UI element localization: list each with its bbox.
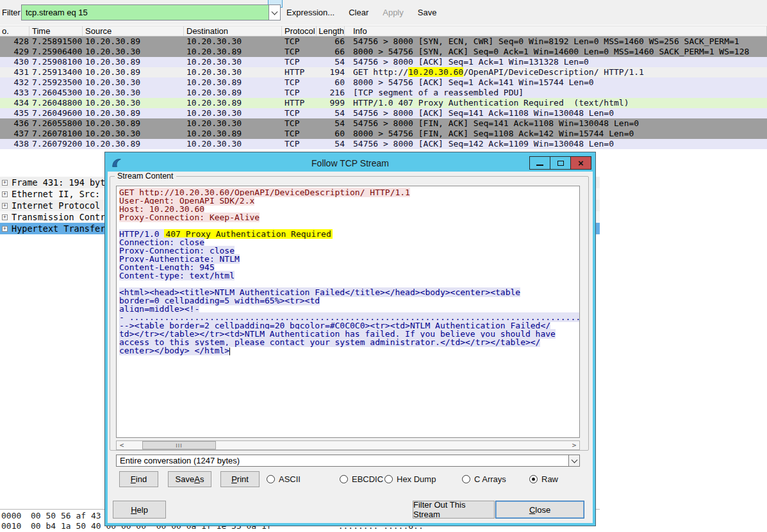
hex-row[interactable]: 000000 50 56 af 43 [1, 511, 101, 520]
scrollbar-thumb[interactable]: III [142, 441, 216, 449]
help-button[interactable]: Help [113, 501, 166, 519]
cell-len: 54 [317, 118, 345, 129]
cell-len: 66 [317, 47, 345, 57]
response-text: center></body> </html> [119, 346, 229, 355]
filter-action-apply[interactable]: Apply [383, 8, 404, 17]
column-header-time[interactable]: Time [29, 26, 83, 36]
packet-row[interactable]: 4307.2590810010.20.30.8910.20.30.30TCP54… [0, 57, 767, 67]
radio-hexdump[interactable]: Hex Dump [384, 472, 436, 485]
cell-info: 54756 > 8000 [ACK] Seq=142 Ack=1109 Win=… [345, 139, 767, 149]
close-button[interactable]: Close [495, 501, 584, 519]
cell-src: 10.20.30.89 [83, 108, 184, 118]
hex-offset: 0010 [1, 521, 31, 531]
filter-action-clear[interactable]: Clear [349, 8, 368, 17]
filter-input[interactable] [21, 4, 280, 20]
packet-row[interactable]: 4367.2605580010.20.30.8910.20.30.30TCP54… [0, 118, 767, 129]
filter-action-expression[interactable]: Expression... [286, 8, 334, 17]
cell-src: 10.20.30.89 [83, 67, 184, 77]
column-header-dst[interactable]: Destination [184, 26, 282, 36]
cell-len: 999 [317, 98, 345, 108]
cell-no: 431 [0, 67, 29, 77]
expander-icon[interactable]: + [2, 191, 8, 197]
filter-action-save[interactable]: Save [418, 8, 437, 17]
combo-dropdown-icon[interactable] [568, 455, 579, 466]
conversation-select[interactable]: Entire conversation (1247 bytes) [116, 455, 580, 467]
column-header-src[interactable]: Source [83, 26, 184, 36]
expander-icon[interactable]: + [2, 203, 8, 209]
save-as-button[interactable]: Save As [168, 471, 211, 487]
minimize-button[interactable] [529, 156, 550, 170]
conversation-select-value: Entire conversation (1247 bytes) [117, 456, 568, 465]
expander-icon[interactable]: + [2, 180, 8, 186]
radio-carrays[interactable]: C Arrays [462, 472, 506, 485]
column-header-len[interactable]: Length [317, 26, 345, 36]
stream-content-group: Stream Content GET http://10.20.30.60/Op… [110, 176, 589, 451]
packet-row[interactable]: 4317.2591340010.20.30.8910.20.30.30HTTP1… [0, 67, 767, 77]
tree-item-label: Internet Protocol V [12, 200, 110, 211]
follow-tcp-stream-dialog: Follow TCP Stream × Stream Content GET h… [105, 152, 595, 526]
expander-icon[interactable]: + [2, 226, 8, 232]
cell-proto: TCP [282, 77, 317, 88]
cell-dst: 10.20.30.30 [184, 36, 282, 47]
scroll-right-icon[interactable]: > [569, 441, 579, 449]
radio-raw[interactable]: Raw [529, 472, 558, 485]
cell-no: 435 [0, 108, 29, 118]
packet-row[interactable]: 4337.2604530010.20.30.3010.20.30.89TCP21… [0, 88, 767, 98]
cell-dst: 10.20.30.30 [184, 139, 282, 149]
cell-src: 10.20.30.89 [83, 57, 184, 67]
minimize-icon [536, 165, 543, 166]
scroll-left-icon[interactable]: < [117, 441, 127, 449]
dialog-title: Follow TCP Stream [108, 158, 593, 168]
radio-ascii[interactable]: ASCII [267, 472, 301, 485]
tree-item-label: Hypertext Transfer [12, 223, 110, 234]
packet-row[interactable]: 4357.2604960010.20.30.8910.20.30.30TCP54… [0, 108, 767, 118]
packet-row[interactable]: 4387.2607920010.20.30.8910.20.30.30TCP54… [0, 139, 767, 149]
packet-row[interactable]: 4287.2589150010.20.30.8910.20.30.30TCP66… [0, 36, 767, 47]
cell-len: 54 [317, 139, 345, 149]
cell-len: 60 [317, 129, 345, 139]
cell-no: 432 [0, 77, 29, 88]
cell-info: 8000 > 54756 [ACK] Seq=1 Ack=141 Win=157… [345, 77, 767, 88]
maximize-icon [557, 161, 564, 166]
stream-content-text[interactable]: GET http://10.20.30.60/OpenAPI/DeviceDes… [116, 186, 580, 438]
cell-src: 10.20.30.30 [83, 129, 184, 139]
horizontal-scrollbar[interactable]: < III > [116, 440, 580, 450]
stream-line: Proxy-Connection: Keep-Alive [119, 213, 577, 222]
stream-line: Content-type: text/html [119, 271, 577, 280]
filter-bar: Filter: Expression...ClearApplySave [0, 0, 767, 25]
column-header-proto[interactable]: Protocol [282, 26, 317, 36]
packet-row[interactable]: 4297.2590640010.20.30.3010.20.30.89TCP66… [0, 47, 767, 57]
tree-item-label: Frame 431: 194 byte [12, 177, 110, 188]
cell-src: 10.20.30.30 [83, 47, 184, 57]
cell-no: 438 [0, 139, 29, 149]
cell-time: 7.26078100 [29, 129, 83, 139]
maximize-button[interactable] [550, 156, 571, 170]
cell-dst: 10.20.30.89 [184, 88, 282, 98]
cell-proto: TCP [282, 57, 317, 67]
cell-info: 54756 > 8000 [SYN, ECN, CWR] Seq=0 Win=8… [345, 36, 767, 47]
cell-src: 10.20.30.89 [83, 36, 184, 47]
scrollbar-track[interactable]: III [127, 441, 569, 449]
expander-icon[interactable]: + [2, 214, 8, 220]
packet-row[interactable]: 4347.2604880010.20.30.3010.20.30.89HTTP9… [0, 98, 767, 108]
print-button[interactable]: Print [220, 471, 260, 487]
cell-proto: TCP [282, 129, 317, 139]
tree-item-label: Transmission Contro [12, 211, 110, 223]
column-header-no[interactable]: o. [0, 26, 29, 36]
dialog-titlebar[interactable]: Follow TCP Stream × [108, 155, 593, 172]
packet-row[interactable]: 4377.2607810010.20.30.3010.20.30.89TCP60… [0, 129, 767, 139]
cell-info: 54756 > 8000 [ACK] Seq=1 Ack=1 Win=13132… [345, 57, 767, 67]
tree-item-label: Ethernet II, Src: 0 [12, 188, 110, 200]
filter-out-stream-button[interactable]: Filter Out This Stream [413, 501, 495, 519]
packet-row[interactable]: 4327.2592350010.20.30.3010.20.30.89TCP60… [0, 77, 767, 88]
close-window-button[interactable]: × [570, 156, 591, 170]
filter-dropdown-icon[interactable] [268, 4, 281, 20]
packet-list: 4287.2589150010.20.30.8910.20.30.30TCP66… [0, 36, 767, 149]
column-header-info[interactable]: Info [345, 26, 767, 36]
cell-dst: 10.20.30.30 [184, 118, 282, 129]
cell-proto: TCP [282, 118, 317, 129]
radio-label: Hex Dump [397, 474, 436, 484]
radio-ebcdic[interactable]: EBCDIC [340, 472, 383, 485]
find-button[interactable]: Find [119, 471, 158, 487]
cell-proto: HTTP [282, 98, 317, 108]
